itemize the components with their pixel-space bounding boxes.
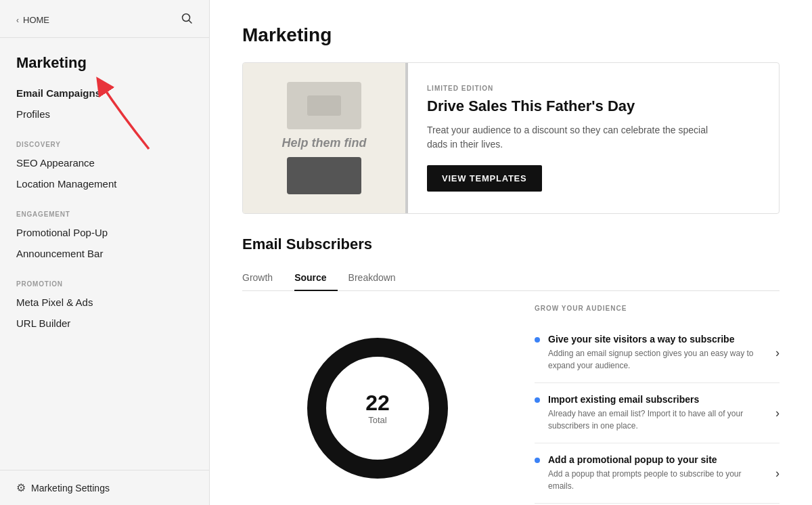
total-label: Total <box>368 415 386 425</box>
grow-arrow-2: › <box>775 466 780 481</box>
promo-image-text: Help them find <box>282 136 367 150</box>
promotion-label: PROMOTION <box>16 280 193 288</box>
grow-item-title-1: Import existing email subscribers <box>548 394 767 405</box>
grow-item-content-1: Import existing email subscribers Alread… <box>548 394 767 432</box>
grow-item-desc-0: Adding an email signup section gives you… <box>548 347 767 372</box>
email-subscribers-section: Email Subscribers Growth Source Breakdow… <box>242 236 780 504</box>
grow-arrow-1: › <box>775 406 780 420</box>
svg-point-0 <box>183 14 190 22</box>
sidebar-item-location-management[interactable]: Location Management <box>16 173 193 194</box>
grow-item-content-2: Add a promotional popup to your site Add… <box>548 454 767 492</box>
settings-label: Marketing Settings <box>31 483 110 493</box>
svg-rect-3 <box>307 95 341 116</box>
promo-title: Drive Sales This Father's Day <box>427 97 760 115</box>
promo-description: Treat your audience to a discount so the… <box>427 123 711 152</box>
grow-dot-2 <box>535 458 540 463</box>
sidebar-discovery: DISCOVERY SEO Appearance Location Manage… <box>0 130 209 194</box>
sidebar-engagement: ENGAGEMENT Promotional Pop-Up Announceme… <box>0 200 209 264</box>
grow-item-import[interactable]: Import existing email subscribers Alread… <box>535 383 780 443</box>
marketing-settings-button[interactable]: ⚙ Marketing Settings <box>0 470 209 505</box>
promo-banner: Help them find LIMITED EDITION Drive Sal… <box>242 62 780 214</box>
promo-image-bottom <box>287 157 361 194</box>
tab-breakdown[interactable]: Breakdown <box>348 267 407 291</box>
chart-area: 22 Total <box>242 291 513 504</box>
main-content: Marketing Help them find LIMITED EDITION… <box>210 0 812 505</box>
promo-image-area: Help them find <box>243 63 405 213</box>
grow-dot-1 <box>535 397 540 403</box>
sidebar-item-announcement-bar[interactable]: Announcement Bar <box>16 243 193 264</box>
subscribers-tabs: Growth Source Breakdown <box>242 267 780 291</box>
promo-badge: LIMITED EDITION <box>427 85 760 92</box>
settings-gear-icon: ⚙ <box>16 481 26 494</box>
sidebar-header: ‹ HOME <box>0 0 209 38</box>
grow-item-subscribe[interactable]: Give your site visitors a way to subscri… <box>535 323 780 383</box>
sidebar-item-promotional-popup[interactable]: Promotional Pop-Up <box>16 222 193 243</box>
sidebar-item-meta-pixel[interactable]: Meta Pixel & Ads <box>16 292 193 313</box>
subscribers-section-title: Email Subscribers <box>242 236 780 253</box>
grow-panel-label: GROW YOUR AUDIENCE <box>535 305 780 312</box>
discovery-label: DISCOVERY <box>16 141 193 148</box>
grow-item-content-0: Give your site visitors a way to subscri… <box>548 334 767 372</box>
home-label: HOME <box>23 15 49 25</box>
engagement-label: ENGAGEMENT <box>16 211 193 218</box>
promo-image-top <box>287 82 361 129</box>
home-link[interactable]: ‹ HOME <box>16 15 49 25</box>
sidebar-item-profiles[interactable]: Profiles <box>16 104 193 125</box>
grow-dot-0 <box>535 337 540 343</box>
view-templates-button[interactable]: VIEW TEMPLATES <box>427 165 542 192</box>
grow-panel: GROW YOUR AUDIENCE Give your site visito… <box>535 291 780 504</box>
grow-arrow-0: › <box>775 346 780 360</box>
sidebar-item-email-campaigns[interactable]: Email Campaigns <box>16 83 193 104</box>
sidebar: ‹ HOME Marketing Email Campaigns Profile… <box>0 0 210 505</box>
grow-item-title-2: Add a promotional popup to your site <box>548 454 767 465</box>
chevron-left-icon: ‹ <box>16 16 19 25</box>
sidebar-item-url-builder[interactable]: URL Builder <box>16 313 193 334</box>
grow-item-title-0: Give your site visitors a way to subscri… <box>548 334 767 345</box>
promo-content: LIMITED EDITION Drive Sales This Father'… <box>408 63 779 213</box>
donut-chart: 22 Total <box>303 334 452 483</box>
grow-item-popup[interactable]: Add a promotional popup to your site Add… <box>535 443 780 504</box>
sidebar-title: Marketing <box>0 38 209 83</box>
svg-line-1 <box>189 21 192 24</box>
donut-center: 22 Total <box>365 391 390 425</box>
tab-source[interactable]: Source <box>294 267 337 291</box>
search-button[interactable] <box>181 12 193 28</box>
sidebar-main-nav: Email Campaigns Profiles <box>0 83 209 125</box>
subscribers-body: 22 Total GROW YOUR AUDIENCE Give your si… <box>242 291 780 504</box>
grow-item-desc-2: Add a popup that prompts people to subsc… <box>548 468 767 492</box>
sidebar-promotion: PROMOTION Meta Pixel & Ads URL Builder <box>0 269 209 334</box>
grow-item-desc-1: Already have an email list? Import it to… <box>548 408 767 432</box>
page-title: Marketing <box>242 24 780 46</box>
tab-growth[interactable]: Growth <box>242 267 284 291</box>
total-count: 22 <box>365 391 390 415</box>
sidebar-item-seo-appearance[interactable]: SEO Appearance <box>16 152 193 173</box>
